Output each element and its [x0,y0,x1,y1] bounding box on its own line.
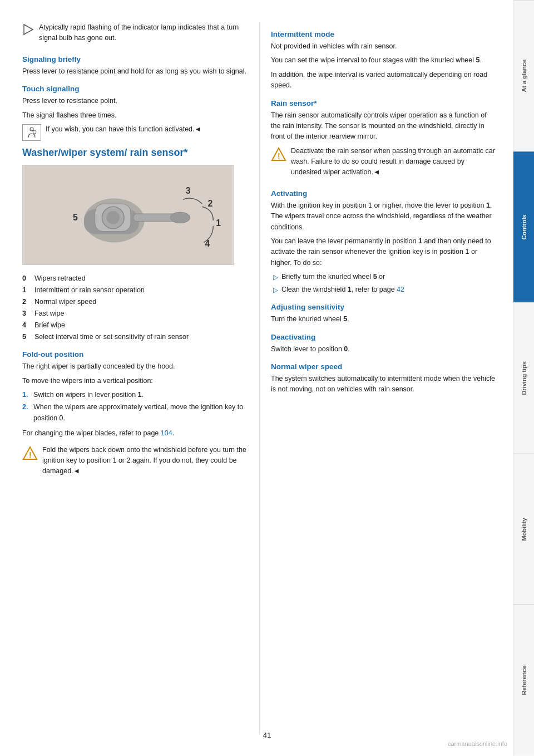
washer-wiper-heading: Washer/wiper system/ rain sensor* [22,146,248,159]
svg-text:!: ! [278,151,280,160]
touch-signaling-text2: The signal flashes three times. [22,110,248,121]
touch-signaling-note-text: If you wish, you can have this function … [46,124,201,135]
list-item: 1 Intermittent or rain sensor operation [22,284,248,296]
list-item: 0 Wipers retracted [22,273,248,284]
top-note: Atypically rapid flashing of the indicat… [22,22,248,47]
touch-signaling-section: Touch signaling Press lever to resistanc… [22,85,248,141]
deactivating-heading: Deactivating [271,333,496,341]
rain-sensor-warning: ! Deactivate the rain sensor when passin… [271,146,496,181]
top-note-text: Atypically rapid flashing of the indicat… [39,22,248,44]
fold-out-text2: To move the wipers into a vertical posit… [22,376,248,386]
normal-speed-section: Normal wiper speed The system switches a… [271,362,496,395]
fold-out-section: Fold-out position The right wiper is par… [22,350,248,439]
svg-point-9 [170,212,190,223]
sidebar-tab-controls[interactable]: Controls [513,151,534,303]
touch-signaling-heading: Touch signaling [22,85,248,93]
rain-sensor-heading: Rain sensor* [271,99,496,107]
svg-text:3: 3 [186,186,191,196]
svg-text:2: 2 [207,199,212,208]
left-column: Atypically rapid flashing of the indicat… [22,22,259,734]
list-item: 2. When the wipers are approximately ver… [22,402,248,424]
intermittent-heading: Intermittent mode [271,30,496,38]
activating-section: Activating With the ignition key in posi… [271,189,496,295]
signaling-briefly-text: Press lever to resistance point and hold… [22,66,248,77]
svg-marker-0 [24,24,33,35]
normal-speed-heading: Normal wiper speed [271,362,496,371]
play-icon [22,23,34,36]
wiper-positions-list: 0 Wipers retracted 1 Intermittent or rai… [22,273,248,342]
sidebar-tab-at-a-glance[interactable]: At a glance [513,0,534,151]
intermittent-text1: Not provided in vehicles with rain senso… [271,41,496,52]
touch-signaling-note: If you wish, you can have this function … [22,124,248,141]
normal-speed-text: The system switches automatically to int… [271,374,496,395]
svg-text:4: 4 [205,239,210,249]
list-item: 2 Normal wiper speed [22,296,248,307]
rain-sensor-warning-text: Deactivate the rain sensor when passing … [291,146,496,178]
site-logo: carmanualsonline.info [448,740,507,747]
warning-triangle-icon2: ! [271,147,286,163]
fold-out-steps: 1. Switch on wipers in lever position 1.… [22,390,248,424]
sidebar-tab-reference[interactable]: Reference [513,605,534,756]
intermittent-text2: You can set the wipe interval to four st… [271,55,496,66]
sidebar: At a glance Controls Driving tips Mobili… [513,0,534,756]
deactivating-text: Switch lever to position 0. [271,344,496,355]
svg-text:5: 5 [73,213,78,222]
fold-warning: ! Fold the wipers back down onto the win… [22,445,248,480]
list-item: 5 Select interval time or set sensitivit… [22,331,248,342]
adjusting-section: Adjusting sensitivity Turn the knurled w… [271,303,496,325]
list-item: ▷ Briefly turn the knurled wheel 5 or [273,272,496,283]
sidebar-tab-mobility[interactable]: Mobility [513,454,534,605]
warning-triangle-icon: ! [22,446,38,462]
deactivating-section: Deactivating Switch lever to position 0. [271,333,496,355]
activating-heading: Activating [271,189,496,198]
list-item: ▷ Clean the windshield 1, refer to page … [273,284,496,296]
list-item: 1. Switch on wipers in lever position 1. [22,390,248,400]
svg-point-7 [106,211,120,224]
rain-sensor-text1: The rain sensor automatically controls w… [271,110,496,143]
adjusting-heading: Adjusting sensitivity [271,303,496,311]
function-icon [22,124,41,141]
svg-point-1 [30,127,33,131]
sidebar-tab-driving-tips[interactable]: Driving tips [513,302,534,454]
list-item: 3 Fast wipe [22,308,248,319]
signaling-briefly-heading: Signaling briefly [22,55,248,63]
activating-text2: You can leave the lever permanently in p… [271,236,496,268]
list-item: 4 Brief wipe [22,320,248,331]
fold-warning-text: Fold the wipers back down onto the winds… [42,445,248,477]
intermittent-section: Intermittent mode Not provided in vehicl… [271,30,496,91]
fold-out-text1: The right wiper is partially concealed b… [22,361,248,372]
activating-text1: With the ignition key in position 1 or h… [271,200,496,233]
svg-text:!: ! [29,450,32,459]
rain-sensor-section: Rain sensor* The rain sensor automatical… [271,99,496,181]
touch-signaling-text1: Press lever to resistance point. [22,96,248,106]
intermittent-text3: In addition, the wipe interval is varied… [271,70,496,91]
wiper-diagram: 3 2 1 4 5 [22,165,234,265]
signaling-briefly-section: Signaling briefly Press lever to resista… [22,55,248,77]
page-number: 41 [263,731,271,739]
right-column: Intermittent mode Not provided in vehicl… [259,22,496,734]
fold-out-heading: Fold-out position [22,350,248,359]
activating-bullets: ▷ Briefly turn the knurled wheel 5 or ▷ … [273,272,496,295]
fold-out-text3: For changing the wiper blades, refer to … [22,428,248,439]
svg-text:1: 1 [216,218,221,228]
adjusting-text: Turn the knurled wheel 5. [271,314,496,325]
